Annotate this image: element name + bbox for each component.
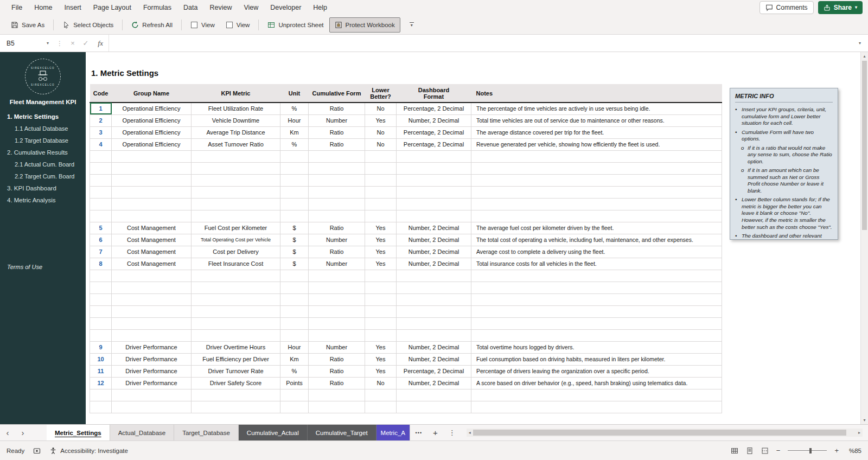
cell-format[interactable]: Number, 2 Decimal bbox=[397, 258, 471, 270]
cell-format[interactable] bbox=[397, 305, 471, 317]
cell-format[interactable]: Percentage, 2 Decimal bbox=[397, 138, 471, 150]
cell-group[interactable] bbox=[112, 174, 192, 186]
sidebar-item-2-cumulative-results[interactable]: 2. Cumulative Results bbox=[0, 146, 86, 158]
cell-code[interactable] bbox=[90, 293, 112, 305]
cell-group[interactable]: Driver Performance bbox=[112, 353, 192, 365]
cell-format[interactable] bbox=[397, 389, 471, 401]
cell-lower[interactable] bbox=[365, 401, 397, 413]
cell-metric[interactable]: Vehicle Downtime bbox=[192, 114, 280, 126]
cell-format[interactable]: Number, 2 Decimal bbox=[397, 341, 471, 353]
cell-format[interactable] bbox=[397, 317, 471, 329]
cell-cumulative[interactable]: Ratio bbox=[309, 103, 365, 114]
menu-tab-file[interactable]: File bbox=[5, 0, 28, 15]
cell-notes[interactable]: A score based on driver behavior (e.g., … bbox=[471, 377, 722, 389]
vertical-scrollbar-thumb[interactable] bbox=[862, 61, 867, 230]
cell-code[interactable]: 1 bbox=[90, 103, 112, 114]
cell-code[interactable] bbox=[90, 389, 112, 401]
menu-tab-page-layout[interactable]: Page Layout bbox=[87, 0, 137, 15]
cell-notes[interactable]: The total cost of operating a vehicle, i… bbox=[471, 234, 722, 246]
scroll-left-icon[interactable]: ◂ bbox=[467, 430, 473, 435]
cell-metric[interactable]: Fuel Efficiency per Driver bbox=[192, 353, 280, 365]
cell-lower[interactable] bbox=[365, 389, 397, 401]
cell-lower[interactable]: Yes bbox=[365, 341, 397, 353]
cell-cumulative[interactable] bbox=[309, 162, 365, 174]
cell-group[interactable] bbox=[112, 293, 192, 305]
horizontal-scrollbar[interactable]: ◂ ▸ bbox=[467, 429, 863, 437]
cell-metric[interactable] bbox=[192, 186, 280, 198]
cell-group[interactable]: Operational Efficiency bbox=[112, 138, 192, 150]
cell-metric[interactable] bbox=[192, 389, 280, 401]
cell-lower[interactable]: Yes bbox=[365, 246, 397, 258]
cell-code[interactable] bbox=[90, 282, 112, 293]
cell-notes[interactable]: The average distance covered per trip fo… bbox=[471, 126, 722, 138]
cell-metric[interactable] bbox=[192, 282, 280, 293]
cell-metric[interactable]: Driver Turnover Rate bbox=[192, 365, 280, 377]
cell-notes[interactable] bbox=[471, 210, 722, 222]
formula-input[interactable] bbox=[108, 35, 852, 52]
cell-cumulative[interactable] bbox=[309, 305, 365, 317]
cell-cumulative[interactable]: Ratio bbox=[309, 126, 365, 138]
cell-cumulative[interactable] bbox=[309, 389, 365, 401]
cell-metric[interactable] bbox=[192, 329, 280, 341]
cell-reference-box[interactable]: B5 ▾ bbox=[0, 35, 53, 52]
cell-format[interactable]: Number, 2 Decimal bbox=[397, 353, 471, 365]
cell-notes[interactable] bbox=[471, 401, 722, 413]
cell-unit[interactable]: Km bbox=[280, 126, 309, 138]
cell-cumulative[interactable]: Ratio bbox=[309, 353, 365, 365]
cell-format[interactable] bbox=[397, 401, 471, 413]
cell-unit[interactable] bbox=[280, 186, 309, 198]
horizontal-scrollbar-thumb[interactable] bbox=[473, 430, 846, 436]
cell-notes[interactable] bbox=[471, 186, 722, 198]
insert-function-button[interactable]: fx bbox=[92, 39, 108, 48]
sidebar-item-1-metric-settings[interactable]: 1. Metric Settings bbox=[0, 111, 86, 123]
cell-format[interactable] bbox=[397, 150, 471, 162]
refresh-all-button[interactable]: Refresh All bbox=[126, 17, 178, 33]
cell-code[interactable] bbox=[90, 186, 112, 198]
cell-format[interactable]: Number, 2 Decimal bbox=[397, 222, 471, 234]
cell-metric[interactable] bbox=[192, 210, 280, 222]
select-objects-button[interactable]: Select Objects bbox=[57, 17, 119, 33]
cell-group[interactable]: Cost Management bbox=[112, 222, 192, 234]
cell-group[interactable] bbox=[112, 305, 192, 317]
cell-cumulative[interactable]: Ratio bbox=[309, 138, 365, 150]
cell-notes[interactable]: Revenue generated per vehicle, showing h… bbox=[471, 138, 722, 150]
cell-code[interactable]: 3 bbox=[90, 126, 112, 138]
cell-lower[interactable] bbox=[365, 270, 397, 282]
cell-code[interactable] bbox=[90, 162, 112, 174]
cell-unit[interactable]: Hour bbox=[280, 341, 309, 353]
macro-record-icon[interactable] bbox=[33, 447, 41, 455]
view-button[interactable]: View bbox=[185, 17, 220, 33]
cell-format[interactable] bbox=[397, 186, 471, 198]
cell-metric[interactable] bbox=[192, 174, 280, 186]
cell-group[interactable] bbox=[112, 389, 192, 401]
cell-format[interactable] bbox=[397, 293, 471, 305]
tab-cumulative-target[interactable]: Cumulative_Target bbox=[308, 425, 376, 440]
cell-format[interactable] bbox=[397, 329, 471, 341]
cell-metric[interactable] bbox=[192, 305, 280, 317]
sidebar-item-2-1-actual-cum-board[interactable]: 2.1 Actual Cum. Board bbox=[0, 158, 86, 170]
cell-group[interactable] bbox=[112, 329, 192, 341]
cell-notes[interactable]: Total time vehicles are out of service d… bbox=[471, 114, 722, 126]
cell-code[interactable] bbox=[90, 401, 112, 413]
menu-tab-view[interactable]: View bbox=[238, 0, 264, 15]
cell-lower[interactable]: Yes bbox=[365, 234, 397, 246]
cell-lower[interactable] bbox=[365, 282, 397, 293]
cell-metric[interactable]: Total Operating Cost per Vehicle bbox=[192, 234, 280, 246]
cell-cumulative[interactable]: Ratio bbox=[309, 377, 365, 389]
zoom-in-button[interactable]: + bbox=[834, 446, 839, 455]
comments-button[interactable]: Comments bbox=[760, 1, 814, 14]
cell-notes[interactable]: Average cost to complete a delivery usin… bbox=[471, 246, 722, 258]
cell-format[interactable] bbox=[397, 162, 471, 174]
cell-code[interactable] bbox=[90, 270, 112, 282]
cell-unit[interactable] bbox=[280, 162, 309, 174]
cell-code[interactable]: 6 bbox=[90, 234, 112, 246]
cell-lower[interactable] bbox=[365, 162, 397, 174]
cell-cumulative[interactable] bbox=[309, 270, 365, 282]
cancel-entry-button[interactable]: × bbox=[66, 39, 79, 47]
menu-tab-developer[interactable]: Developer bbox=[264, 0, 307, 15]
cell-lower[interactable] bbox=[365, 186, 397, 198]
menu-tab-review[interactable]: Review bbox=[203, 0, 238, 15]
cell-group[interactable]: Driver Performance bbox=[112, 365, 192, 377]
cell-group[interactable]: Operational Efficiency bbox=[112, 114, 192, 126]
tab-metric-a[interactable]: Metric_A bbox=[376, 425, 410, 440]
